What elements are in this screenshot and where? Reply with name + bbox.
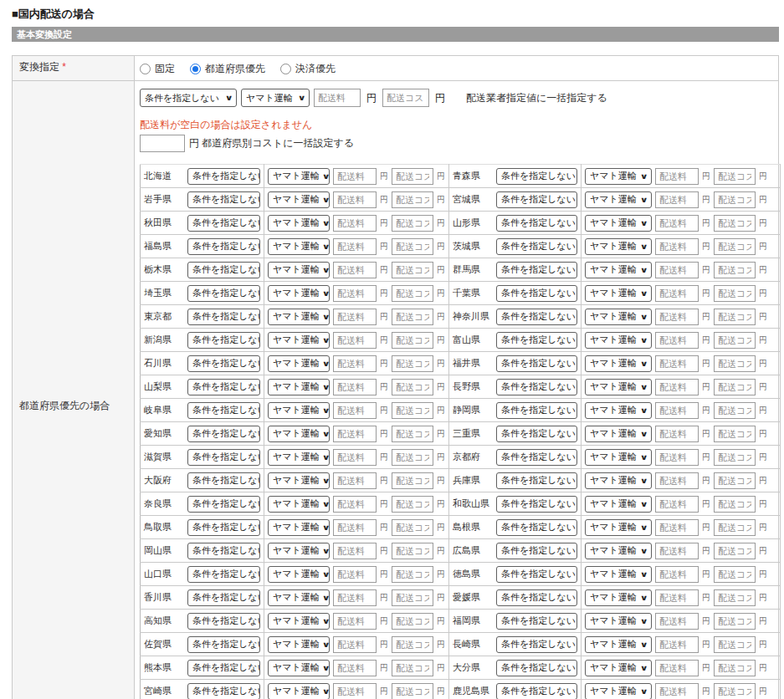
shipping-cost-input[interactable] <box>714 309 756 325</box>
shipping-cost-input[interactable] <box>392 426 433 442</box>
carrier-select[interactable]: ヤマト運輸 ∨ <box>585 566 652 583</box>
shipping-fee-input[interactable] <box>333 379 377 395</box>
carrier-select[interactable]: ヤマト運輸 ∨ <box>268 262 330 278</box>
condition-select[interactable]: 条件を指定しない ∨ <box>187 238 260 255</box>
condition-select[interactable]: 条件を指定しない ∨ <box>187 683 260 699</box>
shipping-cost-input[interactable] <box>714 660 756 676</box>
condition-select[interactable]: 条件を指定しない ∨ <box>496 636 577 653</box>
shipping-cost-input[interactable] <box>714 543 756 559</box>
shipping-fee-input[interactable] <box>333 309 377 325</box>
shipping-cost-input[interactable] <box>714 636 756 653</box>
carrier-select[interactable]: ヤマト運輸 ∨ <box>268 496 330 513</box>
condition-select[interactable]: 条件を指定しない ∨ <box>187 660 260 676</box>
condition-select[interactable]: 条件を指定しない ∨ <box>496 426 577 442</box>
condition-select[interactable]: 条件を指定しない ∨ <box>496 309 577 325</box>
condition-select[interactable]: 条件を指定しない ∨ <box>187 215 260 232</box>
shipping-fee-input[interactable] <box>655 683 699 699</box>
carrier-select[interactable]: ヤマト運輸 ∨ <box>268 636 330 653</box>
shipping-fee-input[interactable] <box>333 613 377 630</box>
condition-select[interactable]: 条件を指定しない ∨ <box>187 426 260 442</box>
carrier-select[interactable]: ヤマト運輸 ∨ <box>268 426 330 442</box>
shipping-fee-input[interactable] <box>655 355 699 372</box>
carrier-select[interactable]: ヤマト運輸 ∨ <box>585 636 652 653</box>
shipping-cost-input[interactable] <box>714 613 756 630</box>
shipping-fee-input[interactable] <box>333 332 377 349</box>
carrier-select[interactable]: ヤマト運輸 ∨ <box>585 309 652 325</box>
condition-select[interactable]: 条件を指定しない ∨ <box>187 309 260 325</box>
shipping-cost-input[interactable] <box>392 589 433 606</box>
shipping-fee-input[interactable] <box>333 496 377 513</box>
shipping-cost-input[interactable] <box>392 215 433 232</box>
shipping-fee-input[interactable] <box>333 191 377 208</box>
shipping-fee-input[interactable] <box>655 449 699 466</box>
carrier-select[interactable]: ヤマト運輸 ∨ <box>585 332 652 349</box>
shipping-fee-input[interactable] <box>333 472 377 489</box>
shipping-fee-input[interactable] <box>333 238 377 255</box>
carrier-select[interactable]: ヤマト運輸 ∨ <box>268 472 330 489</box>
condition-select[interactable]: 条件を指定しない ∨ <box>187 496 260 513</box>
carrier-select[interactable]: ヤマト運輸 ∨ <box>585 355 652 372</box>
condition-select[interactable]: 条件を指定しない ∨ <box>496 285 577 302</box>
condition-select[interactable]: 条件を指定しない ∨ <box>187 168 260 185</box>
shipping-cost-input[interactable] <box>392 683 433 699</box>
condition-select[interactable]: 条件を指定しない ∨ <box>187 613 260 630</box>
condition-select[interactable]: 条件を指定しない ∨ <box>496 566 577 583</box>
condition-select[interactable]: 条件を指定しない ∨ <box>496 332 577 349</box>
shipping-cost-input[interactable] <box>714 285 756 302</box>
shipping-cost-input[interactable] <box>714 238 756 255</box>
shipping-cost-input[interactable] <box>392 449 433 466</box>
shipping-fee-input[interactable] <box>655 543 699 559</box>
condition-select[interactable]: 条件を指定しない ∨ <box>496 683 577 699</box>
carrier-select[interactable]: ヤマト運輸 ∨ <box>585 379 652 395</box>
shipping-cost-input[interactable] <box>714 402 756 419</box>
shipping-cost-input[interactable] <box>714 332 756 349</box>
shipping-fee-input[interactable] <box>655 238 699 255</box>
shipping-fee-input[interactable] <box>655 402 699 419</box>
shipping-cost-input[interactable] <box>392 566 433 583</box>
condition-select[interactable]: 条件を指定しない ∨ <box>496 589 577 606</box>
shipping-cost-input[interactable] <box>392 660 433 676</box>
carrier-select[interactable]: ヤマト運輸 ∨ <box>585 168 652 185</box>
shipping-cost-input[interactable] <box>714 215 756 232</box>
shipping-cost-input[interactable] <box>714 472 756 489</box>
shipping-cost-input[interactable] <box>714 496 756 513</box>
condition-select[interactable]: 条件を指定しない ∨ <box>496 402 577 419</box>
shipping-cost-input[interactable] <box>714 683 756 699</box>
bulk-fee-input[interactable] <box>314 89 361 107</box>
shipping-cost-input[interactable] <box>392 309 433 325</box>
shipping-fee-input[interactable] <box>333 636 377 653</box>
shipping-fee-input[interactable] <box>333 168 377 185</box>
shipping-cost-input[interactable] <box>714 168 756 185</box>
condition-select[interactable]: 条件を指定しない ∨ <box>496 379 577 395</box>
carrier-select[interactable]: ヤマト運輸 ∨ <box>585 543 652 559</box>
condition-select[interactable]: 条件を指定しない ∨ <box>187 519 260 536</box>
shipping-cost-input[interactable] <box>392 613 433 630</box>
shipping-fee-input[interactable] <box>333 589 377 606</box>
carrier-select[interactable]: ヤマト運輸 ∨ <box>268 589 330 606</box>
condition-select[interactable]: 条件を指定しない ∨ <box>187 379 260 395</box>
condition-select[interactable]: 条件を指定しない ∨ <box>496 191 577 208</box>
shipping-cost-input[interactable] <box>392 543 433 559</box>
condition-select[interactable]: 条件を指定しない ∨ <box>496 355 577 372</box>
shipping-fee-input[interactable] <box>333 543 377 559</box>
shipping-cost-input[interactable] <box>392 262 433 278</box>
condition-select[interactable]: 条件を指定しない ∨ <box>187 355 260 372</box>
shipping-fee-input[interactable] <box>655 519 699 536</box>
condition-select[interactable]: 条件を指定しない ∨ <box>496 519 577 536</box>
shipping-cost-input[interactable] <box>714 426 756 442</box>
carrier-select[interactable]: ヤマト運輸 ∨ <box>585 519 652 536</box>
condition-select[interactable]: 条件を指定しない ∨ <box>187 636 260 653</box>
shipping-cost-input[interactable] <box>714 566 756 583</box>
shipping-fee-input[interactable] <box>655 191 699 208</box>
shipping-fee-input[interactable] <box>333 215 377 232</box>
shipping-fee-input[interactable] <box>655 332 699 349</box>
carrier-select[interactable]: ヤマト運輸 ∨ <box>585 660 652 676</box>
condition-select[interactable]: 条件を指定しない ∨ <box>187 543 260 559</box>
shipping-fee-input[interactable] <box>333 566 377 583</box>
condition-select[interactable]: 条件を指定しない ∨ <box>496 168 577 185</box>
shipping-fee-input[interactable] <box>655 426 699 442</box>
bulk-condition-select[interactable]: 条件を指定しない ∨ <box>140 89 237 107</box>
shipping-cost-input[interactable] <box>714 262 756 278</box>
shipping-fee-input[interactable] <box>655 379 699 395</box>
radio-prefecture-priority[interactable]: 都道府県優先 <box>190 62 265 76</box>
